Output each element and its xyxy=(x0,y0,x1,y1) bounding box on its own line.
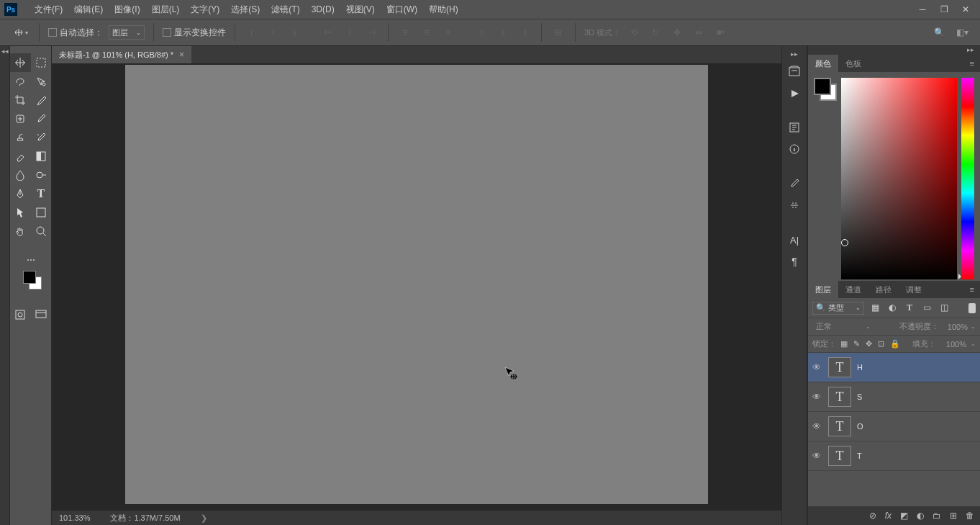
lock-transparency-icon[interactable]: ▦ xyxy=(840,339,848,349)
blend-mode-select[interactable]: 正常⌄ xyxy=(812,320,874,333)
layer-thumbnail-type-icon[interactable]: T xyxy=(828,446,851,466)
brush-settings-panel-icon[interactable] xyxy=(784,196,805,215)
link-layers-icon[interactable]: ⊘ xyxy=(869,511,876,521)
distribute-top-icon[interactable]: ≡ xyxy=(397,24,413,40)
pen-tool[interactable] xyxy=(10,184,31,203)
orbit-icon[interactable]: ⟲ xyxy=(626,24,642,40)
opacity-value[interactable]: 100% xyxy=(942,323,968,331)
layer-style-icon[interactable]: fx xyxy=(885,511,891,521)
menu-image[interactable]: 图像(I) xyxy=(109,1,145,19)
healing-brush-tool[interactable] xyxy=(10,109,31,128)
lock-pixels-icon[interactable]: ✎ xyxy=(853,339,860,349)
hue-slider[interactable] xyxy=(961,78,974,279)
toolbox-collapse[interactable]: ◂◂ xyxy=(0,46,10,525)
screenmode-tool[interactable] xyxy=(31,305,52,324)
minimize-button[interactable]: ─ xyxy=(917,5,928,14)
layer-item[interactable]: 👁 T H xyxy=(808,353,980,382)
brush-tool[interactable] xyxy=(31,109,52,128)
expand-strip-icon[interactable]: ▸▸ xyxy=(791,50,798,59)
align-bottom-icon[interactable]: ⫰ xyxy=(287,24,303,40)
show-transform-checkbox[interactable]: 显示变换控件 xyxy=(163,27,226,39)
workspace-icon[interactable]: ◧▾ xyxy=(954,24,970,40)
eraser-tool[interactable] xyxy=(10,147,31,166)
panel-foreground-color[interactable] xyxy=(814,78,831,95)
distribute-left-icon[interactable]: ⫴ xyxy=(473,24,489,40)
maximize-button[interactable]: ❐ xyxy=(938,5,950,14)
history-panel-icon[interactable] xyxy=(784,62,805,81)
current-tool-indicator[interactable]: ▾ xyxy=(10,24,30,40)
menu-type[interactable]: 文字(Y) xyxy=(185,1,225,19)
align-right-icon[interactable]: ⊣ xyxy=(363,24,379,40)
filter-type-icon[interactable]: T xyxy=(904,302,915,313)
tab-color[interactable]: 颜色 xyxy=(808,55,838,72)
layer-thumbnail-type-icon[interactable]: T xyxy=(828,416,851,436)
menu-file[interactable]: 文件(F) xyxy=(29,1,68,19)
menu-help[interactable]: 帮助(H) xyxy=(423,1,464,19)
canvas[interactable] xyxy=(125,65,708,504)
more-tools[interactable]: ⋯ xyxy=(10,251,51,269)
slide-icon[interactable]: ⇔ xyxy=(691,24,707,40)
lock-position-icon[interactable]: ✥ xyxy=(866,339,872,349)
delete-layer-icon[interactable]: 🗑 xyxy=(966,511,974,521)
layer-filter-select[interactable]: 🔍 类型⌄ xyxy=(812,302,864,315)
tab-channels[interactable]: 通道 xyxy=(838,281,868,298)
menu-window[interactable]: 窗口(W) xyxy=(381,1,423,19)
layer-mask-icon[interactable]: ◩ xyxy=(900,511,908,521)
properties-panel-icon[interactable] xyxy=(784,118,805,137)
new-layer-icon[interactable]: ⊞ xyxy=(950,511,957,521)
menu-3d[interactable]: 3D(D) xyxy=(306,1,340,17)
tab-swatches[interactable]: 色板 xyxy=(838,55,868,72)
panel-color-swatches[interactable] xyxy=(814,78,837,101)
pan-icon[interactable]: ✥ xyxy=(669,24,685,40)
lock-all-icon[interactable]: 🔒 xyxy=(890,339,900,349)
lasso-tool[interactable] xyxy=(10,72,31,91)
menu-select[interactable]: 选择(S) xyxy=(225,1,266,19)
quickmask-tool[interactable] xyxy=(10,305,31,324)
auto-align-icon[interactable]: ⊞ xyxy=(550,24,566,40)
align-hcenter-icon[interactable]: ⫱ xyxy=(342,24,358,40)
visibility-toggle-icon[interactable]: 👁 xyxy=(812,362,822,372)
hand-tool[interactable] xyxy=(10,222,31,241)
lock-artboard-icon[interactable]: ⊡ xyxy=(878,339,884,349)
layer-item[interactable]: 👁 T S xyxy=(808,382,980,412)
quick-select-tool[interactable] xyxy=(31,72,52,91)
foreground-color[interactable] xyxy=(23,271,36,284)
layer-thumbnail-type-icon[interactable]: T xyxy=(828,357,851,377)
adjustment-layer-icon[interactable]: ◐ xyxy=(917,511,924,521)
layer-thumbnail-type-icon[interactable]: T xyxy=(828,387,851,407)
color-panel-menu-icon[interactable]: ≡ xyxy=(970,59,980,68)
menu-layer[interactable]: 图层(L) xyxy=(146,1,186,19)
visibility-toggle-icon[interactable]: 👁 xyxy=(812,392,822,402)
visibility-toggle-icon[interactable]: 👁 xyxy=(812,451,822,461)
canvas-viewport[interactable] xyxy=(52,63,781,525)
color-field[interactable] xyxy=(841,78,957,279)
filter-adjust-icon[interactable]: ◐ xyxy=(887,302,897,313)
filter-toggle[interactable] xyxy=(968,303,976,313)
roll-icon[interactable]: ↻ xyxy=(648,24,663,40)
dodge-tool[interactable] xyxy=(31,166,52,184)
menu-filter[interactable]: 滤镜(T) xyxy=(266,1,305,19)
zoom-level[interactable]: 101.33% xyxy=(59,513,90,522)
type-tool[interactable]: T xyxy=(31,184,52,203)
eyedropper-tool[interactable] xyxy=(31,91,52,109)
auto-select-dropdown[interactable]: 图层⌄ xyxy=(109,25,145,40)
status-flyout-icon[interactable]: ❯ xyxy=(201,513,207,523)
layer-name[interactable]: O xyxy=(857,422,863,431)
crop-tool[interactable] xyxy=(10,91,31,109)
history-brush-tool[interactable] xyxy=(31,128,52,147)
filter-smart-icon[interactable]: ◫ xyxy=(939,302,949,313)
clone-stamp-tool[interactable] xyxy=(10,128,31,147)
distribute-hcenter-icon[interactable]: ⫴ xyxy=(495,24,511,40)
align-top-icon[interactable]: ⫯ xyxy=(244,24,260,40)
new-group-icon[interactable]: 🗀 xyxy=(933,511,941,521)
menu-view[interactable]: 视图(V) xyxy=(340,1,381,19)
filter-shape-icon[interactable]: ▭ xyxy=(922,302,932,313)
character-panel-icon[interactable]: A| xyxy=(784,230,805,249)
layer-item[interactable]: 👁 T O xyxy=(808,412,980,441)
menu-edit[interactable]: 编辑(E) xyxy=(68,1,109,19)
document-tab[interactable]: 未标题-1 @ 101% (H, RGB/8#) * × xyxy=(52,46,191,63)
tab-adjustments[interactable]: 调整 xyxy=(899,281,929,298)
fill-value[interactable]: 100% xyxy=(940,340,966,349)
layer-name[interactable]: S xyxy=(857,392,862,401)
search-icon[interactable]: 🔍 xyxy=(931,24,947,40)
